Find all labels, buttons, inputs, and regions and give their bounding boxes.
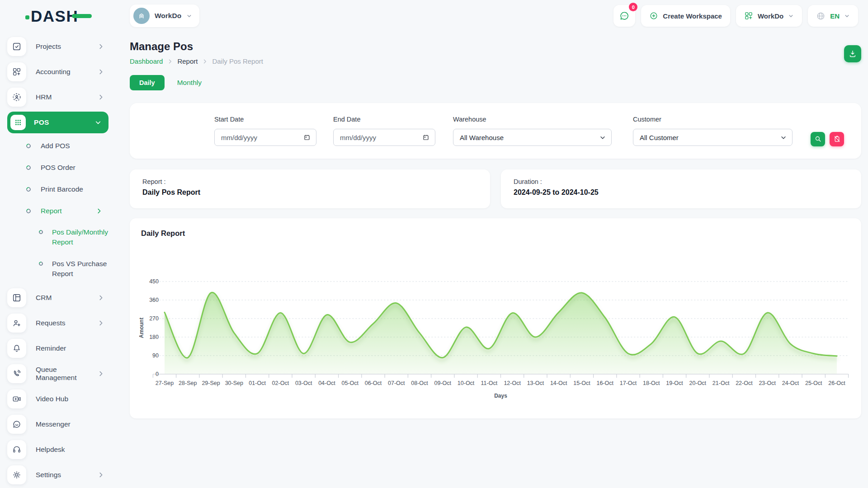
sidebar-item-print-barcode[interactable]: Print Barcode <box>7 178 118 200</box>
svg-text:270: 270 <box>149 315 159 322</box>
video-camera-icon <box>7 389 26 408</box>
report-value: Daily Pos Report <box>142 188 477 197</box>
chevron-right-icon <box>98 472 104 478</box>
topbar: DASH WorkDo 0 Creat <box>0 0 868 32</box>
sidebar-item-hrm[interactable]: HRM <box>7 84 118 110</box>
download-button[interactable] <box>844 45 861 62</box>
sidebar-item-queue-management[interactable]: Queue Management <box>7 361 118 386</box>
bullet-icon <box>25 164 32 171</box>
svg-text:02-Oct: 02-Oct <box>272 380 289 386</box>
chat-bubble-icon <box>619 10 630 21</box>
daily-report-area-chart: 09018027036045027-Sep28-Sep29-Sep30-Sep0… <box>130 241 862 418</box>
warehouse-label: Warehouse <box>453 116 612 123</box>
building-icon <box>137 11 146 20</box>
svg-text:10-Oct: 10-Oct <box>458 380 475 386</box>
breadcrumb-report-link[interactable]: Report <box>177 57 198 65</box>
dash-logo[interactable]: DASH <box>25 8 78 24</box>
duration-value: 2024-09-25 to 2024-10-25 <box>514 188 849 197</box>
gear-icon <box>7 465 26 484</box>
svg-text:08-Oct: 08-Oct <box>411 380 428 386</box>
sidebar-item-pos[interactable]: POS <box>7 112 108 133</box>
customer-select[interactable]: All Customer <box>633 129 793 146</box>
sidebar-item-projects[interactable]: Projects <box>7 34 118 59</box>
customer-field: Customer All Customer <box>633 116 793 146</box>
summary-cards: Report : Daily Pos Report Duration : 202… <box>130 169 861 208</box>
sidebar-item-pos-daily-monthly-report[interactable]: Pos Daily/Monthly Report <box>7 222 118 253</box>
workspace-name: WorkDo <box>155 12 181 20</box>
sidebar-item-requests[interactable]: Requests <box>7 310 118 336</box>
daily-report-card: Daily Report 09018027036045027-Sep28-Sep… <box>130 218 861 418</box>
svg-text:22-Oct: 22-Oct <box>736 380 753 386</box>
sidebar-item-pos-vs-purchase-report[interactable]: Pos VS Purchase Report <box>7 253 118 285</box>
sidebar-item-settings[interactable]: Settings <box>7 462 118 488</box>
start-date-field: Start Date mm/dd/yyyy <box>214 116 316 146</box>
search-button[interactable] <box>811 132 825 146</box>
filter-buttons <box>811 132 844 146</box>
sidebar-item-pos-order[interactable]: POS Order <box>7 157 118 178</box>
tab-monthly[interactable]: Monthly <box>177 79 202 87</box>
create-workspace-button[interactable]: Create Workspace <box>641 5 730 27</box>
hrm-icon <box>7 88 26 107</box>
sidebar-item-messenger[interactable]: Messenger <box>7 412 118 437</box>
svg-text:01-Oct: 01-Oct <box>249 380 266 386</box>
logo-text: DASH <box>31 8 78 24</box>
svg-text:17-Oct: 17-Oct <box>620 380 637 386</box>
chart-title: Daily Report <box>141 229 850 238</box>
sidebar-item-crm[interactable]: CRM <box>7 285 118 310</box>
accounting-icon <box>7 62 26 81</box>
sidebar: Projects Accounting HRM POS Add POS POS … <box>0 32 118 488</box>
crm-icon <box>7 288 26 307</box>
calendar-icon <box>422 134 429 141</box>
sidebar-item-report[interactable]: Report <box>7 200 118 222</box>
messages-button[interactable]: 0 <box>613 5 635 27</box>
chevron-down-icon <box>788 13 794 19</box>
start-date-input[interactable]: mm/dd/yyyy <box>214 129 316 146</box>
language-label: EN <box>830 12 840 20</box>
svg-text:30-Sep: 30-Sep <box>225 380 243 386</box>
svg-text:12-Oct: 12-Oct <box>504 380 521 386</box>
chevron-down-icon <box>599 135 606 141</box>
language-selector[interactable]: EN <box>808 5 858 27</box>
logo-dot <box>25 15 29 19</box>
svg-text:06-Oct: 06-Oct <box>365 380 382 386</box>
plus-circle-icon <box>649 11 658 20</box>
svg-text:14-Oct: 14-Oct <box>550 380 567 386</box>
svg-text:09-Oct: 09-Oct <box>434 380 452 386</box>
end-date-input[interactable]: mm/dd/yyyy <box>333 129 435 146</box>
svg-text:Days: Days <box>494 393 507 399</box>
sidebar-item-add-pos[interactable]: Add POS <box>7 135 118 157</box>
chevron-right-icon <box>96 208 102 214</box>
sidebar-item-video-hub[interactable]: Video Hub <box>7 386 118 412</box>
globe-icon <box>816 11 826 21</box>
workspace-menu-button[interactable]: WorkDo <box>736 5 802 27</box>
chevron-right-icon <box>202 59 208 64</box>
create-workspace-label: Create Workspace <box>663 12 722 20</box>
report-card: Report : Daily Pos Report <box>130 169 490 208</box>
bell-icon <box>7 339 26 358</box>
sidebar-item-accounting[interactable]: Accounting <box>7 59 118 84</box>
chevron-right-icon <box>98 43 104 50</box>
download-icon <box>848 49 857 58</box>
svg-text:19-Oct: 19-Oct <box>666 380 683 386</box>
workspace-selector[interactable]: WorkDo <box>130 5 199 27</box>
customer-label: Customer <box>633 116 793 123</box>
warehouse-select[interactable]: All Warehouse <box>453 129 612 146</box>
workspace-avatar <box>133 8 150 24</box>
reset-filter-button[interactable] <box>830 132 844 146</box>
phone-call-icon <box>7 364 26 383</box>
svg-text:Amount: Amount <box>138 318 145 338</box>
sidebar-item-reminder[interactable]: Reminder <box>7 336 118 361</box>
breadcrumb-dashboard-link[interactable]: Dashboard <box>130 57 163 65</box>
chevron-right-icon <box>98 320 104 326</box>
messenger-icon <box>7 415 26 434</box>
grid-plus-icon <box>744 11 753 20</box>
duration-card: Duration : 2024-09-25 to 2024-10-25 <box>501 169 861 208</box>
svg-text:23-Oct: 23-Oct <box>759 380 776 386</box>
sidebar-item-helpdesk[interactable]: Helpdesk <box>7 437 118 462</box>
svg-text:26-Oct: 26-Oct <box>828 380 845 386</box>
tab-daily[interactable]: Daily <box>130 75 165 90</box>
requests-icon <box>7 314 26 333</box>
chevron-down-icon <box>780 135 787 141</box>
svg-text:21-Oct: 21-Oct <box>712 380 730 386</box>
svg-text:16-Oct: 16-Oct <box>596 380 613 386</box>
